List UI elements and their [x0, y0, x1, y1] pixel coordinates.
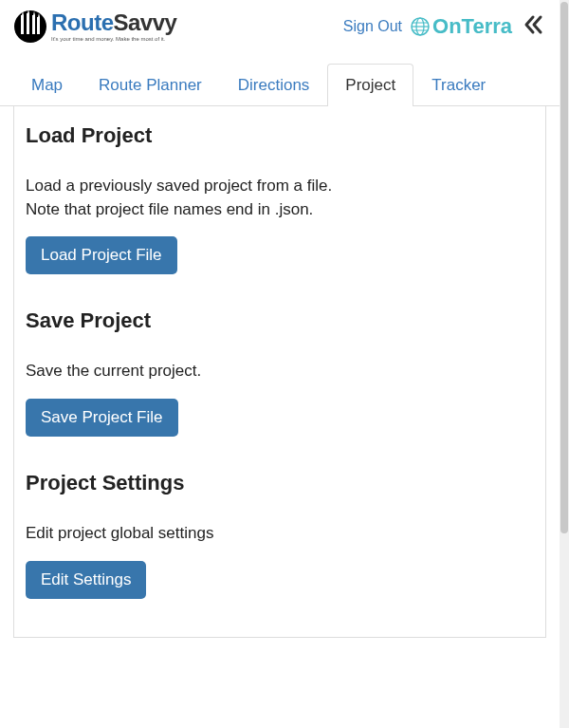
project-settings-description: Edit project global settings [26, 522, 534, 546]
scrollbar-track[interactable] [560, 0, 569, 728]
tab-tracker[interactable]: Tracker [413, 64, 504, 106]
save-project-section: Save Project Save the current project. S… [26, 308, 534, 437]
onterra-logo: OnTerra [410, 14, 512, 39]
svg-rect-1 [21, 15, 24, 34]
edit-settings-button[interactable]: Edit Settings [26, 561, 146, 599]
svg-rect-2 [27, 13, 29, 34]
save-project-file-button[interactable]: Save Project File [26, 399, 178, 437]
tab-bar: Map Route Planner Directions Project Tra… [0, 63, 560, 106]
logo-text: RouteSavvy [51, 11, 176, 34]
scrollbar-thumb[interactable] [560, 2, 568, 533]
sign-out-link[interactable]: Sign Out [343, 18, 402, 35]
project-settings-title: Project Settings [26, 471, 534, 495]
project-panel: Load Project Load a previously saved pro… [13, 106, 546, 638]
load-project-description: Load a previously saved project from a f… [26, 175, 534, 221]
tab-project[interactable]: Project [327, 64, 413, 106]
globe-icon [410, 16, 431, 37]
routesavvy-logo: RouteSavvy It's your time and money. Mak… [13, 9, 176, 44]
collapse-panel-icon[interactable] [520, 11, 546, 42]
logo-tagline: It's your time and money. Make the most … [51, 36, 176, 42]
svg-rect-3 [32, 15, 35, 34]
onterra-text: OnTerra [432, 14, 512, 39]
save-project-description: Save the current project. [26, 360, 534, 383]
tab-map[interactable]: Map [13, 64, 81, 106]
svg-point-0 [14, 10, 46, 43]
tab-directions[interactable]: Directions [220, 64, 328, 106]
save-project-title: Save Project [26, 308, 534, 333]
routesavvy-logo-icon [13, 9, 47, 44]
svg-rect-4 [37, 17, 40, 34]
app-header: RouteSavvy It's your time and money. Mak… [0, 0, 560, 47]
project-settings-section: Project Settings Edit project global set… [26, 471, 534, 599]
tab-route-planner[interactable]: Route Planner [81, 64, 220, 106]
load-project-section: Load Project Load a previously saved pro… [26, 123, 534, 274]
load-project-title: Load Project [26, 123, 534, 148]
load-project-file-button[interactable]: Load Project File [26, 236, 177, 274]
